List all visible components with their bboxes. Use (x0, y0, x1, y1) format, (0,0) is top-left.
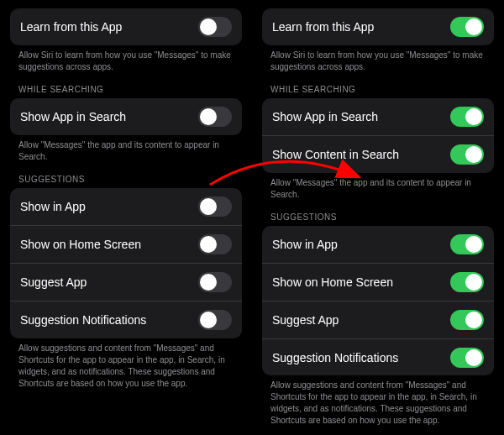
row-show-in-app[interactable]: Show in App (10, 188, 242, 226)
toggle-show-app-in-search[interactable] (198, 107, 232, 127)
header-suggestions: SUGGESTIONS (10, 163, 242, 188)
row-learn-from-app[interactable]: Learn from this App (10, 8, 242, 45)
header-searching: WHILE SEARCHING (10, 73, 242, 98)
toggle-suggestion-notifications-r[interactable] (450, 348, 484, 368)
row-suggestion-notifications[interactable]: Suggestion Notifications (10, 301, 242, 338)
toggle-show-in-app[interactable] (198, 197, 232, 217)
panel-left: Learn from this App Allow Siri to learn … (0, 0, 252, 435)
row-show-content-in-search-r[interactable]: Show Content in Search (262, 136, 494, 173)
row-show-on-home-screen-r[interactable]: Show on Home Screen (262, 264, 494, 301)
row-show-in-app-r[interactable]: Show in App (262, 226, 494, 264)
learn-label: Learn from this App (20, 20, 122, 34)
row-show-app-in-search-r[interactable]: Show App in Search (262, 98, 494, 136)
searching-footer-r: Allow "Messages" the app and its content… (262, 173, 494, 201)
toggle-show-content-in-search-r[interactable] (450, 144, 484, 165)
suggestions-footer-r: Allow suggestions and content from "Mess… (262, 375, 494, 427)
searching-footer: Allow "Messages" the app and its content… (10, 135, 242, 163)
row-show-on-home-screen[interactable]: Show on Home Screen (10, 226, 242, 264)
toggle-show-on-home-screen[interactable] (198, 234, 232, 254)
toggle-suggest-app[interactable] (198, 272, 232, 292)
suggestion-notifications-label-r: Suggestion Notifications (272, 351, 398, 364)
row-learn-from-app-r[interactable]: Learn from this App (262, 8, 494, 45)
group-learn: Learn from this App (10, 8, 242, 45)
toggle-show-in-app-r[interactable] (450, 234, 484, 254)
toggle-show-app-in-search-r[interactable] (450, 107, 484, 127)
show-in-app-label: Show in App (20, 200, 86, 213)
show-on-home-screen-label-r: Show on Home Screen (272, 275, 393, 289)
row-suggestion-notifications-r[interactable]: Suggestion Notifications (262, 339, 494, 375)
toggle-show-on-home-screen-r[interactable] (450, 272, 484, 292)
toggle-suggest-app-r[interactable] (450, 310, 484, 330)
header-searching-r: WHILE SEARCHING (262, 73, 494, 98)
group-searching: Show App in Search (10, 98, 242, 135)
learn-footer: Allow Siri to learn from how you use "Me… (10, 45, 242, 73)
show-app-in-search-label-r: Show App in Search (272, 110, 378, 123)
panel-right: Learn from this App Allow Siri to learn … (252, 0, 504, 435)
show-in-app-label-r: Show in App (272, 238, 338, 251)
row-suggest-app-r[interactable]: Suggest App (262, 301, 494, 339)
show-app-in-search-label: Show App in Search (20, 110, 126, 123)
row-suggest-app[interactable]: Suggest App (10, 264, 242, 301)
learn-footer-r: Allow Siri to learn from how you use "Me… (262, 45, 494, 73)
toggle-learn-from-app-r[interactable] (450, 17, 484, 37)
toggle-learn-from-app[interactable] (198, 17, 232, 37)
group-searching-r: Show App in Search Show Content in Searc… (262, 98, 494, 173)
show-on-home-screen-label: Show on Home Screen (20, 238, 141, 251)
suggest-app-label: Suggest App (20, 275, 87, 289)
group-learn-r: Learn from this App (262, 8, 494, 45)
show-content-in-search-label-r: Show Content in Search (272, 148, 399, 161)
header-suggestions-r: SUGGESTIONS (262, 201, 494, 226)
suggestions-footer: Allow suggestions and content from "Mess… (10, 338, 242, 390)
suggestion-notifications-label: Suggestion Notifications (20, 313, 146, 327)
learn-label-r: Learn from this App (272, 20, 374, 34)
group-suggestions-r: Show in App Show on Home Screen Suggest … (262, 226, 494, 375)
suggest-app-label-r: Suggest App (272, 313, 339, 327)
row-show-app-in-search[interactable]: Show App in Search (10, 98, 242, 135)
group-suggestions: Show in App Show on Home Screen Suggest … (10, 188, 242, 338)
toggle-suggestion-notifications[interactable] (198, 310, 232, 330)
